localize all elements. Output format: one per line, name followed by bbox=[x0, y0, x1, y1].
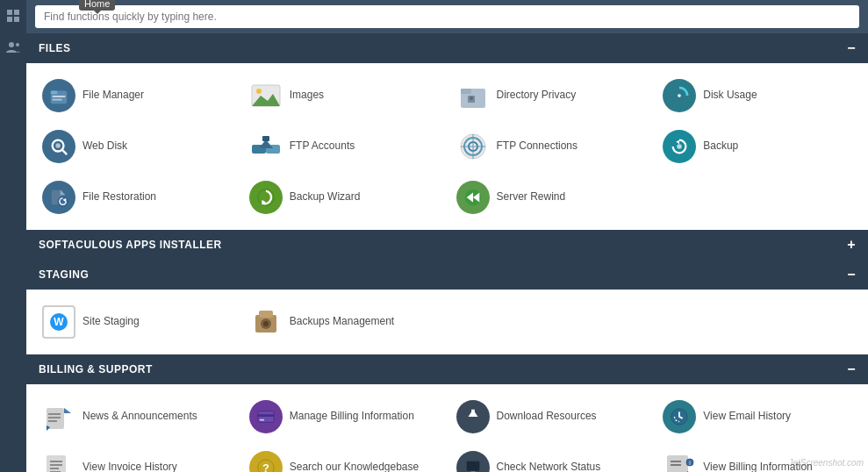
invoice-history-label: View Invoice History bbox=[82, 461, 177, 472]
site-staging-item[interactable]: W Site Staging bbox=[35, 300, 239, 344]
web-disk-icon bbox=[42, 130, 75, 163]
svg-rect-3 bbox=[14, 17, 19, 22]
knowledgebase-icon: ? bbox=[249, 451, 283, 472]
svg-rect-46 bbox=[259, 311, 273, 318]
knowledgebase-item[interactable]: ? Search our Knowledgebase bbox=[242, 446, 446, 472]
staging-section: STAGING − W Site Staging bbox=[26, 260, 868, 354]
staging-section-body: W Site Staging bbox=[26, 290, 868, 354]
server-rewind-icon bbox=[456, 181, 490, 214]
news-icon bbox=[42, 400, 75, 433]
disk-usage-item[interactable]: Disk Usage bbox=[656, 74, 859, 118]
download-resources-item[interactable]: Download Resources bbox=[449, 395, 653, 439]
email-history-label: View Email History bbox=[703, 410, 791, 424]
email-history-item[interactable]: View Email History bbox=[656, 395, 859, 439]
directory-privacy-label: Directory Privacy bbox=[497, 89, 577, 103]
svg-rect-8 bbox=[53, 96, 66, 97]
network-status-label: Check Network Status bbox=[497, 461, 601, 472]
billing-section-label: BILLING & SUPPORT bbox=[39, 363, 153, 375]
svg-point-22 bbox=[55, 143, 61, 148]
file-restoration-icon bbox=[42, 181, 75, 214]
backup-item[interactable]: Backup bbox=[656, 125, 859, 168]
billing-section: BILLING & SUPPORT − bbox=[26, 354, 868, 472]
svg-rect-68 bbox=[466, 461, 479, 471]
site-staging-icon: W bbox=[42, 305, 75, 339]
invoice-history-icon bbox=[42, 451, 75, 472]
web-disk-label: Web Disk bbox=[82, 139, 127, 154]
billing-section-header[interactable]: BILLING & SUPPORT − bbox=[26, 354, 868, 384]
svg-rect-61 bbox=[50, 461, 62, 462]
files-section-body: File Manager Images bbox=[26, 63, 868, 230]
files-section-header[interactable]: FILES − bbox=[26, 33, 868, 63]
search-bar: Home bbox=[26, 0, 868, 33]
svg-line-21 bbox=[62, 150, 68, 155]
svg-rect-14 bbox=[461, 89, 471, 94]
ftp-connections-label: FTP Connections bbox=[497, 139, 578, 154]
svg-marker-48 bbox=[64, 408, 71, 413]
backups-management-item[interactable]: Backups Management bbox=[242, 300, 446, 344]
empty-item bbox=[656, 175, 859, 219]
softaculous-section-header[interactable]: SOFTACULOUS APPS INSTALLER + bbox=[26, 230, 868, 260]
staging-section-header[interactable]: STAGING − bbox=[26, 260, 868, 290]
download-resources-icon bbox=[456, 400, 490, 433]
billing-info-icon bbox=[249, 400, 283, 433]
site-staging-label: Site Staging bbox=[82, 315, 140, 329]
search-input[interactable] bbox=[35, 5, 859, 28]
images-item[interactable]: Images bbox=[242, 74, 446, 118]
network-status-item[interactable]: Check Network Status bbox=[449, 446, 653, 472]
backup-icon bbox=[663, 130, 696, 163]
images-icon bbox=[249, 79, 283, 112]
svg-rect-56 bbox=[464, 418, 480, 424]
staging-section-toggle[interactable]: − bbox=[847, 267, 856, 282]
directory-privacy-item[interactable]: Directory Privacy bbox=[449, 74, 653, 118]
invoice-history-item[interactable]: View Invoice History bbox=[35, 446, 239, 472]
svg-rect-0 bbox=[7, 10, 12, 15]
ftp-accounts-item[interactable]: FTP Accounts bbox=[242, 125, 446, 168]
softaculous-section: SOFTACULOUS APPS INSTALLER + bbox=[26, 230, 868, 260]
manage-billing-item[interactable]: Manage Billing Information bbox=[242, 395, 446, 439]
svg-rect-1 bbox=[14, 10, 19, 15]
svg-point-16 bbox=[470, 97, 473, 100]
file-restoration-item[interactable]: File Restoration bbox=[35, 175, 239, 219]
manage-billing-label: Manage Billing Information bbox=[290, 410, 414, 424]
backup-label: Backup bbox=[703, 139, 738, 154]
softaculous-section-toggle[interactable]: + bbox=[847, 237, 856, 253]
svg-point-5 bbox=[16, 43, 19, 46]
svg-point-11 bbox=[256, 89, 262, 94]
sections-container: FILES − File Manager bbox=[26, 33, 868, 472]
file-manager-item[interactable]: File Manager bbox=[35, 74, 239, 118]
knowledgebase-label: Search our Knowledgebase bbox=[290, 461, 419, 472]
svg-rect-72 bbox=[671, 461, 681, 462]
images-label: Images bbox=[290, 89, 324, 103]
softaculous-section-label: SOFTACULOUS APPS INSTALLER bbox=[39, 239, 222, 251]
disk-usage-label: Disk Usage bbox=[703, 89, 757, 103]
users-icon[interactable] bbox=[4, 39, 22, 56]
files-section-label: FILES bbox=[39, 42, 71, 54]
file-restoration-label: File Restoration bbox=[82, 190, 156, 204]
home-tooltip: Home bbox=[79, 0, 115, 11]
server-rewind-item[interactable]: Server Rewind bbox=[449, 175, 653, 219]
backup-wizard-label: Backup Wizard bbox=[290, 190, 361, 204]
svg-rect-55 bbox=[259, 419, 264, 421]
staging-items-grid: W Site Staging bbox=[35, 300, 859, 344]
ftp-connections-icon bbox=[456, 130, 490, 163]
billing-section-toggle[interactable]: − bbox=[847, 361, 856, 377]
svg-rect-9 bbox=[53, 99, 62, 101]
disk-usage-icon bbox=[663, 79, 696, 112]
file-manager-label: File Manager bbox=[82, 89, 144, 103]
download-resources-label: Download Resources bbox=[497, 410, 597, 424]
backup-wizard-icon bbox=[249, 181, 283, 214]
backups-management-label: Backups Management bbox=[290, 315, 394, 329]
email-history-icon bbox=[663, 400, 696, 433]
ftp-connections-item[interactable]: FTP Connections bbox=[449, 125, 653, 168]
news-announcements-item[interactable]: News & Announcements bbox=[35, 395, 239, 439]
web-disk-item[interactable]: Web Disk bbox=[35, 125, 239, 168]
ftp-accounts-icon bbox=[249, 130, 283, 163]
svg-point-19 bbox=[678, 94, 681, 97]
svg-rect-58 bbox=[471, 410, 475, 417]
billing-section-body: News & Announcements Manage Billing Info… bbox=[26, 384, 868, 472]
backup-wizard-item[interactable]: Backup Wizard bbox=[242, 175, 446, 219]
network-status-icon bbox=[456, 451, 490, 472]
files-section-toggle[interactable]: − bbox=[847, 40, 856, 56]
grid-icon[interactable] bbox=[4, 7, 22, 25]
staging-section-label: STAGING bbox=[39, 268, 89, 281]
